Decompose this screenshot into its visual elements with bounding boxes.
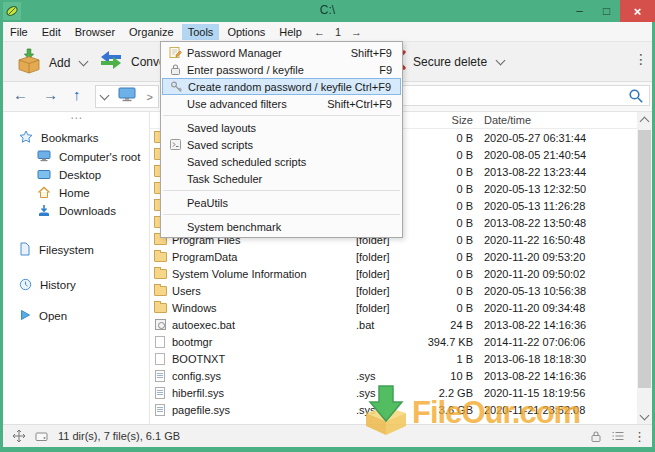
- file-type: [folder]: [356, 285, 416, 297]
- menu-help[interactable]: Help: [273, 24, 308, 40]
- menu-item-label: Use advanced filters: [187, 98, 327, 110]
- back-button[interactable]: ←: [13, 86, 28, 103]
- file-row[interactable]: autoexec.bat.bat24 B2013-08-22 14:16:36: [150, 316, 637, 333]
- play-icon: [19, 309, 31, 323]
- file-size: 0 B: [416, 302, 473, 314]
- sidebar-item-history[interactable]: History: [19, 277, 76, 293]
- toolbar-more-icon[interactable]: ⋮: [634, 51, 648, 67]
- bat-file-icon: [155, 319, 166, 330]
- sidebar-item-desktop[interactable]: Desktop: [37, 167, 101, 183]
- file-size: 0 B: [416, 183, 473, 195]
- file-size: 0 B: [416, 285, 473, 297]
- menu-nav-forward-icon[interactable]: →: [346, 24, 367, 40]
- menu-organize[interactable]: Organize: [123, 24, 180, 40]
- scroll-up-icon[interactable]: [640, 117, 650, 127]
- sidebar-item-open[interactable]: Open: [19, 308, 67, 324]
- sidebar-item-bookmarks[interactable]: Bookmarks: [19, 130, 99, 146]
- expand-path-icon: >: [146, 91, 152, 103]
- menu-item-system-benchmark[interactable]: System benchmark: [161, 218, 402, 235]
- menu-item-peautils[interactable]: PeaUtils: [161, 194, 402, 211]
- move-icon[interactable]: [12, 429, 26, 443]
- scroll-down-icon[interactable]: [640, 411, 650, 421]
- file-row[interactable]: ProgramData[folder]0 B2020-11-20 09:53:2…: [150, 248, 637, 265]
- menu-item-saved-scheduled-scripts[interactable]: Saved scheduled scripts: [161, 153, 402, 170]
- menu-item-shortcut: Ctrl+F9: [355, 81, 399, 93]
- menu-item-create-random-password[interactable]: Create random password / keyfile Ctrl+F9: [162, 78, 401, 95]
- menu-options[interactable]: Options: [221, 24, 271, 40]
- add-button[interactable]: Add: [15, 47, 87, 78]
- home-icon: [37, 186, 51, 201]
- up-button[interactable]: ↑: [73, 86, 81, 103]
- details-view-icon[interactable]: [611, 430, 625, 442]
- status-summary: 11 dir(s), 7 file(s), 6.1 GB: [58, 430, 180, 442]
- file-row[interactable]: System Volume Information[folder]0 B2020…: [150, 265, 637, 282]
- sidebar-item-home[interactable]: Home: [37, 185, 90, 201]
- menu-browser[interactable]: Browser: [69, 24, 121, 40]
- menu-item-task-scheduler[interactable]: Task Scheduler: [161, 170, 402, 187]
- sidebar-item-downloads[interactable]: Downloads: [37, 203, 116, 219]
- scrollbar-thumb[interactable]: [638, 130, 651, 388]
- column-size[interactable]: Size: [416, 114, 473, 126]
- open-label: Open: [39, 310, 67, 322]
- secure-delete-label: Secure delete: [413, 55, 487, 69]
- menu-item-password-manager[interactable]: Password Manager Shift+F9: [161, 44, 402, 61]
- file-type: [folder]: [356, 302, 416, 314]
- file-datetime: 2013-08-22 13:50:48: [484, 217, 637, 229]
- menu-item-use-advanced-filters[interactable]: Use advanced filters Shift+Ctrl+F9: [161, 95, 402, 112]
- home-label: Home: [59, 187, 90, 199]
- file-row[interactable]: Users[folder]0 B2020-05-13 10:56:38: [150, 282, 637, 299]
- menu-tools[interactable]: Tools: [182, 24, 220, 40]
- file-row[interactable]: bootmgr394.7 KB2014-11-22 07:06:06: [150, 333, 637, 350]
- address-dropdown-icon: [100, 91, 110, 101]
- status-bar: 11 dir(s), 7 file(s), 6.1 GB ⋮: [3, 424, 652, 447]
- menu-nav-page[interactable]: 1: [330, 24, 346, 40]
- menu-item-enter-password[interactable]: Enter password / keyfile F9: [161, 61, 402, 78]
- sidebar-item-filesystem[interactable]: Filesystem: [19, 242, 94, 258]
- menu-nav-back-icon[interactable]: ←: [309, 24, 330, 40]
- menu-separator: [163, 214, 400, 215]
- address-root-selector[interactable]: >: [95, 85, 159, 108]
- forward-button[interactable]: →: [43, 86, 58, 103]
- file-size: 0 B: [416, 268, 473, 280]
- menu-item-saved-layouts[interactable]: Saved layouts: [161, 119, 402, 136]
- file-name: config.sys: [172, 370, 356, 382]
- column-datetime[interactable]: Date/time: [484, 114, 637, 126]
- menu-item-label: Enter password / keyfile: [187, 64, 379, 76]
- file-icon: [19, 242, 31, 258]
- sidebar-item-computers-root[interactable]: Computer's root: [37, 149, 140, 165]
- menu-item-label: Saved scripts: [187, 139, 400, 151]
- file-row[interactable]: pagefile.sys.sys3.6 GB2020-11-21 23:52:0…: [150, 401, 637, 418]
- menu-file[interactable]: File: [4, 24, 34, 40]
- vertical-scrollbar[interactable]: [637, 112, 652, 425]
- file-row[interactable]: BOOTNXT1 B2013-06-18 18:18:30: [150, 350, 637, 367]
- lock-icon[interactable]: [590, 430, 602, 443]
- menu-edit[interactable]: Edit: [36, 24, 67, 40]
- file-datetime: 2020-11-20 09:50:02: [484, 268, 637, 280]
- file-name: bootmgr: [172, 336, 356, 348]
- file-datetime: 2020-11-22 16:50:48: [484, 234, 637, 246]
- search-icon[interactable]: [628, 88, 644, 104]
- file-type: .bat: [356, 319, 416, 331]
- file-datetime: 2013-08-22 14:16:36: [484, 319, 637, 331]
- sys-file-icon: [155, 404, 165, 416]
- file-datetime: 2013-08-22 13:23:44: [484, 166, 637, 178]
- file-datetime: 2020-08-05 21:40:54: [484, 149, 637, 161]
- maximize-button[interactable]: □: [593, 0, 620, 22]
- menu-item-shortcut: Shift+Ctrl+F9: [327, 98, 400, 110]
- menu-item-saved-scripts[interactable]: Saved scripts: [161, 136, 402, 153]
- file-datetime: 2020-11-15 18:19:56: [484, 387, 637, 399]
- file-row[interactable]: config.sys.sys10 B2013-08-22 14:16:36: [150, 367, 637, 384]
- secure-delete-button[interactable]: Secure delete: [392, 50, 504, 73]
- sys-file-icon: [155, 370, 165, 382]
- sidebar-resize-handle[interactable]: ⋯: [3, 112, 149, 123]
- minimize-button[interactable]: –: [566, 0, 593, 22]
- menu-item-label: PeaUtils: [187, 197, 400, 209]
- menu-item-shortcut: Shift+F9: [351, 47, 400, 59]
- file-row[interactable]: hiberfil.sys.sys2.2 GB2020-11-15 18:19:5…: [150, 384, 637, 401]
- close-button[interactable]: ×: [620, 0, 655, 22]
- file-row[interactable]: Windows[folder]0 B2020-11-20 09:34:48: [150, 299, 637, 316]
- downloads-label: Downloads: [59, 205, 116, 217]
- menu-separator: [163, 190, 400, 191]
- status-more-icon[interactable]: ⋮: [633, 429, 646, 444]
- file-datetime: 2020-05-13 10:56:38: [484, 285, 637, 297]
